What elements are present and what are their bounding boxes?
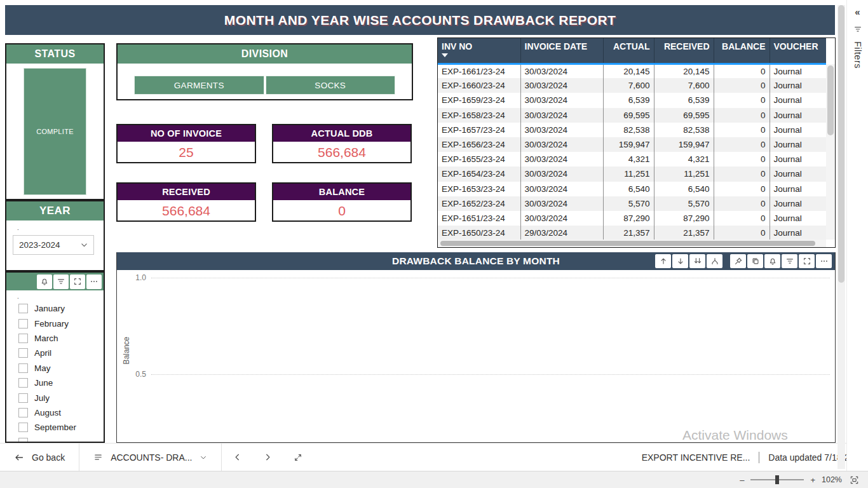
table-cell: Journal: [770, 226, 826, 240]
table-row[interactable]: EXP-1661/23-2430/03/202420,14520,1450Jou…: [438, 64, 826, 78]
zoom-out-icon[interactable]: –: [740, 475, 744, 485]
month-label: January: [34, 304, 65, 313]
month-checkbox-march[interactable]: March: [6, 331, 104, 346]
copy-icon[interactable]: [747, 254, 763, 268]
checkbox[interactable]: [18, 408, 28, 417]
table-cell: 6,540: [603, 182, 654, 196]
table-cell: 0: [714, 182, 770, 196]
zoom-slider-thumb[interactable]: [775, 475, 779, 484]
checkbox[interactable]: [18, 423, 28, 432]
division-option-garments[interactable]: GARMENTS: [134, 76, 264, 95]
table-cell: Journal: [770, 123, 826, 137]
table-row[interactable]: EXP-1656/23-2430/03/2024159,947159,9470J…: [438, 137, 826, 152]
zoom-in-icon[interactable]: +: [810, 475, 815, 485]
table-cell: EXP-1655/23-24: [438, 152, 520, 166]
pin-icon[interactable]: [730, 254, 746, 268]
month-checkbox-june[interactable]: June: [6, 376, 104, 390]
month-label: March: [34, 334, 58, 343]
y-axis-tick: 0.5: [121, 370, 146, 379]
drill-up-icon[interactable]: [655, 254, 671, 268]
table-cell: 7,600: [603, 78, 654, 93]
table-cell: 0: [714, 64, 770, 78]
month-checkbox-april[interactable]: April: [6, 346, 104, 360]
resize-view-icon[interactable]: [283, 444, 313, 471]
go-back-button[interactable]: Go back: [0, 444, 79, 471]
kpi-card-balance: BALANCE 0: [272, 182, 412, 222]
more-icon[interactable]: [86, 274, 102, 289]
table-row[interactable]: EXP-1651/23-2430/03/202487,29087,2900Jou…: [438, 211, 826, 226]
column-header-balance[interactable]: BALANCE: [714, 38, 770, 64]
table-row[interactable]: EXP-1659/23-2430/03/20246,5396,5390Journ…: [438, 93, 826, 107]
status-slicer-header: STATUS: [6, 44, 104, 65]
month-label: April: [34, 348, 51, 358]
filter-icon[interactable]: [53, 274, 69, 289]
status-option-complite[interactable]: COMPLITE: [24, 68, 86, 195]
filter-icon[interactable]: [782, 254, 797, 268]
alert-icon[interactable]: [37, 274, 52, 289]
more-icon[interactable]: [816, 254, 832, 268]
table-row[interactable]: EXP-1652/23-2430/03/20245,5705,5700Journ…: [438, 196, 826, 211]
table-cell: 69,595: [654, 108, 714, 123]
expand-tree-icon[interactable]: [707, 254, 722, 268]
checkbox[interactable]: [18, 438, 28, 443]
gridline: [151, 278, 830, 278]
focus-icon[interactable]: [70, 274, 85, 289]
zoom-slider[interactable]: [750, 479, 804, 480]
month-checkbox-september[interactable]: September: [6, 420, 104, 435]
table-row[interactable]: EXP-1657/23-2430/03/202482,53882,5380Jou…: [438, 123, 826, 137]
checkbox[interactable]: [18, 348, 28, 358]
page-selector[interactable]: ACCOUNTS- DRA...: [79, 444, 221, 471]
report-canvas: MONTH AND YEAR WISE ACCOUNTS DRAWBACK RE…: [0, 0, 868, 488]
checkbox[interactable]: [18, 304, 28, 313]
table-cell: 87,290: [654, 211, 714, 226]
expand-next-level-icon[interactable]: [689, 254, 705, 268]
month-checkbox-february[interactable]: February: [6, 316, 104, 330]
table-cell: EXP-1660/23-24: [438, 78, 520, 93]
table-row[interactable]: EXP-1654/23-2430/03/202411,25111,2510Jou…: [438, 166, 826, 181]
previous-page-button[interactable]: [222, 444, 252, 471]
table-row[interactable]: EXP-1660/23-2430/03/20247,6007,6000Journ…: [438, 78, 826, 93]
column-header-invoice-date[interactable]: INVOICE DATE: [520, 38, 603, 64]
alert-icon[interactable]: [764, 254, 780, 268]
table-cell: 0: [714, 152, 770, 166]
month-label: June: [34, 378, 53, 388]
table-row[interactable]: EXP-1658/23-2430/03/202469,59569,5950Jou…: [438, 108, 826, 123]
month-checkbox-january[interactable]: January: [6, 301, 104, 316]
column-header-voucher[interactable]: VOUCHER: [770, 38, 826, 64]
focus-icon[interactable]: [799, 254, 815, 268]
table-cell: 0: [714, 166, 770, 181]
table-cell: Journal: [770, 93, 826, 107]
year-dropdown[interactable]: 2023-2024: [13, 235, 94, 255]
month-checkbox-may[interactable]: May: [6, 361, 104, 376]
expand-filters-pane-icon[interactable]: «: [855, 6, 860, 17]
table-cell: 30/03/2024: [520, 196, 603, 211]
division-options: GARMENTSSOCKS: [134, 76, 395, 95]
table-cell: EXP-1657/23-24: [438, 123, 520, 137]
table-row[interactable]: EXP-1655/23-2430/03/20244,3214,3210Journ…: [438, 152, 826, 166]
table-cell: EXP-1654/23-24: [438, 166, 520, 181]
month-checkbox-july[interactable]: July: [6, 390, 104, 405]
checkbox[interactable]: [18, 319, 28, 329]
column-header-received[interactable]: RECEIVED: [654, 38, 714, 64]
table-horizontal-scrollbar[interactable]: [438, 240, 826, 247]
column-header-inv-no[interactable]: INV NO: [438, 38, 520, 64]
division-option-socks[interactable]: SOCKS: [266, 76, 396, 95]
table-cell: 6,539: [654, 93, 714, 107]
drill-down-icon[interactable]: [672, 254, 688, 268]
next-page-button[interactable]: [252, 444, 283, 471]
report-name[interactable]: EXPORT INCENTIVE RE...: [642, 452, 750, 463]
checkbox[interactable]: [18, 334, 28, 343]
month-checkbox-august[interactable]: August: [6, 405, 104, 420]
checkbox[interactable]: [18, 363, 28, 373]
checkbox[interactable]: [18, 393, 28, 403]
table-row[interactable]: EXP-1653/23-2430/03/20246,5406,5400Journ…: [438, 182, 826, 196]
filter-icon: [853, 25, 862, 34]
table-cell: EXP-1652/23-24: [438, 196, 520, 211]
month-checkbox-partial[interactable]: [6, 435, 104, 443]
column-header-actual[interactable]: ACTUAL: [603, 38, 654, 64]
page-scrollbar[interactable]: [837, 5, 845, 469]
table-row[interactable]: EXP-1650/23-2429/03/202421,35721,3570Jou…: [438, 226, 826, 240]
fit-to-screen-icon[interactable]: [850, 475, 859, 485]
checkbox[interactable]: [18, 378, 28, 388]
table-vertical-scrollbar[interactable]: [826, 64, 835, 240]
